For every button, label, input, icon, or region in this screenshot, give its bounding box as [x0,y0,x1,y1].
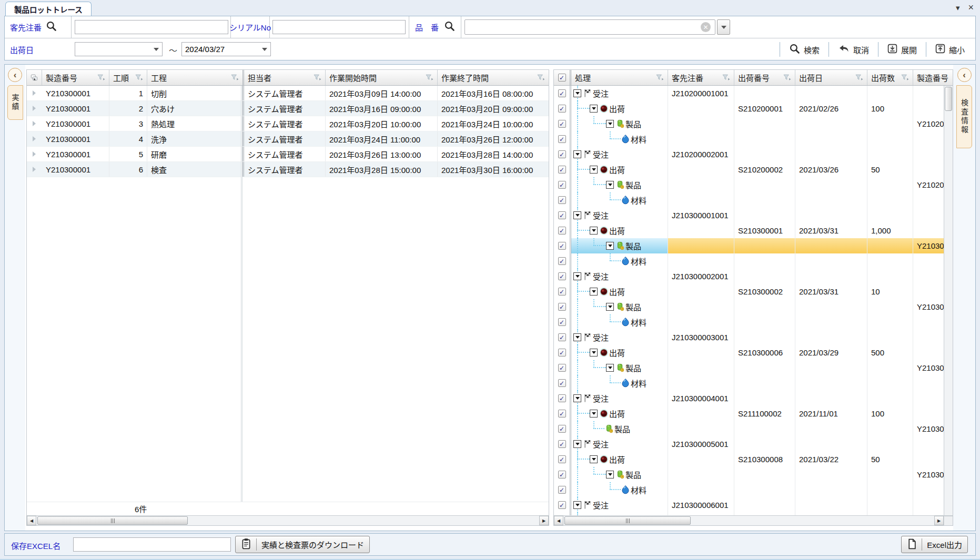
tree-row-shipment[interactable]: ✓出荷S2102000022021/03/2650 [554,162,953,177]
row-checkbox[interactable]: ✓ [558,455,566,463]
column-header-出荷番号[interactable]: 出荷番号 [734,70,795,85]
tree-expander[interactable] [573,211,581,219]
filter-icon[interactable] [537,74,545,81]
filter-icon[interactable] [901,74,909,81]
scroll-thumb[interactable] [37,516,188,525]
filter-icon[interactable] [97,74,105,81]
vertical-scroll-thumb[interactable] [945,87,952,111]
row-checkbox[interactable]: ✓ [558,196,566,204]
tree-expander[interactable] [573,394,581,402]
row-expander-cell[interactable] [27,162,42,177]
serial-input[interactable] [272,20,406,34]
row-checkbox[interactable]: ✓ [558,394,566,402]
row-checkbox[interactable]: ✓ [558,303,566,311]
row-checkbox[interactable]: ✓ [558,272,566,280]
excel-export-button[interactable]: Excel出力 [901,536,968,553]
filter-icon[interactable] [426,74,433,81]
tree-expander[interactable] [590,288,598,296]
tree-row-order[interactable]: ✓受注J210300004001 [554,391,953,406]
tree-row-material[interactable]: ✓材料 [554,253,953,269]
filter-icon[interactable] [231,74,239,81]
tree-expander[interactable] [606,181,614,189]
row-expander-cell[interactable] [27,101,42,116]
tree-expander[interactable] [590,227,598,235]
part-no-search-icon[interactable] [444,21,455,34]
filter-icon[interactable] [314,74,321,81]
tree-row-product[interactable]: ✓製品Y21030 [554,421,953,436]
row-expander-cell[interactable] [27,116,42,131]
row-checkbox[interactable]: ✓ [558,166,566,174]
tree-expander[interactable] [573,440,581,448]
column-header-作業終了時間[interactable]: 作業終了時間 [438,70,549,85]
ship-date-to-dropdown[interactable]: 2024/03/27 [181,42,271,56]
row-checkbox[interactable]: ✓ [558,257,566,265]
right-vertical-scrollbar[interactable] [944,86,953,515]
scroll-thumb[interactable] [564,516,691,525]
tree-row-shipment[interactable]: ✓ [554,513,953,515]
row-expander-icon[interactable] [33,121,36,126]
tree-row-order[interactable]: ✓受注J210300006001 [554,497,953,513]
tree-row-material[interactable]: ✓材料 [554,482,953,497]
search-button[interactable]: 検索 [782,41,827,58]
tree-row-order[interactable]: ✓受注J210300003001 [554,330,953,345]
tree-expander[interactable] [573,150,581,158]
part-no-combo-input[interactable]: ✕ [464,19,715,35]
row-checkbox[interactable]: ✓ [558,242,566,250]
row-checkbox[interactable]: ✓ [558,501,566,509]
tree-row-shipment[interactable]: ✓出荷S2103000082021/03/2250 [554,452,953,467]
tree-row-order[interactable]: ✓受注J210300005001 [554,436,953,452]
tree-expander[interactable] [573,501,581,509]
column-header-客先注番[interactable]: 客先注番 [668,70,734,85]
tree-row-order[interactable]: ✓受注J210200002001 [554,147,953,162]
right-collapse-button[interactable]: ‹ [957,68,972,82]
tree-expander[interactable] [606,364,614,372]
part-no-combo[interactable]: ✕ [464,19,730,35]
tree-expander[interactable] [606,242,614,250]
row-checkbox[interactable]: ✓ [558,105,566,113]
column-header-工順[interactable]: 工順 [109,70,147,85]
customer-order-input[interactable] [75,20,228,34]
combo-clear-icon[interactable]: ✕ [701,22,711,32]
save-excel-input[interactable] [73,537,231,552]
select-all-checkbox-cell[interactable]: ✓ [554,70,571,85]
row-expander-icon[interactable] [33,151,36,157]
left-collapse-button[interactable]: ‹ [8,68,22,82]
tree-row-material[interactable]: ✓材料 [554,314,953,330]
row-expander-cell[interactable] [27,147,42,161]
tree-row-product[interactable]: ✓製品Y21020 [554,116,953,131]
tree-row-material[interactable]: ✓材料 [554,131,953,147]
row-checkbox[interactable]: ✓ [558,349,566,357]
column-header-担当者[interactable]: 担当者 [244,70,326,85]
tree-expander[interactable] [590,105,598,113]
row-checkbox[interactable]: ✓ [558,318,566,326]
column-header-製造番号[interactable]: 製造番号 [913,70,953,85]
row-expander-icon[interactable] [33,167,36,172]
row-checkbox[interactable]: ✓ [558,120,566,128]
column-header-作業開始時間[interactable]: 作業開始時間 [326,70,438,85]
column-header-工程[interactable]: 工程 [147,70,244,85]
tree-row-product[interactable]: ✓製品Y21030 [554,238,953,253]
select-all-icon[interactable] [27,70,42,85]
tree-expander[interactable] [590,410,598,418]
collapse-all-button[interactable]: 縮小 [928,41,972,58]
filter-icon[interactable] [722,74,730,81]
tree-expander[interactable] [573,272,581,280]
column-header-処理[interactable]: 処理 [571,70,668,85]
filter-icon[interactable] [783,74,791,81]
tab-results[interactable]: 実績 [7,85,23,120]
row-expander-icon[interactable] [33,136,36,141]
scroll-left-arrow[interactable]: ◀ [27,516,36,525]
row-checkbox[interactable]: ✓ [558,333,566,341]
tree-row-shipment[interactable]: ✓出荷S2103000022021/03/3110 [554,284,953,299]
scroll-right-arrow[interactable]: ▶ [934,516,944,525]
customer-order-search-icon[interactable] [46,21,57,34]
tree-row-material[interactable]: ✓材料 [554,192,953,208]
row-expander-icon[interactable] [33,106,36,111]
row-expander-icon[interactable] [33,90,36,96]
tab-product-lot-trace[interactable]: 製品ロットトレース [5,2,92,16]
table-row[interactable]: Y2103000012穴あけシステム管理者2021年03月16日 09:00:0… [27,101,549,116]
tree-row-shipment[interactable]: ✓出荷S2103000012021/03/311,000 [554,223,953,238]
row-checkbox[interactable]: ✓ [558,89,566,97]
tree-expander[interactable] [573,89,581,97]
row-expander-cell[interactable] [27,86,42,100]
